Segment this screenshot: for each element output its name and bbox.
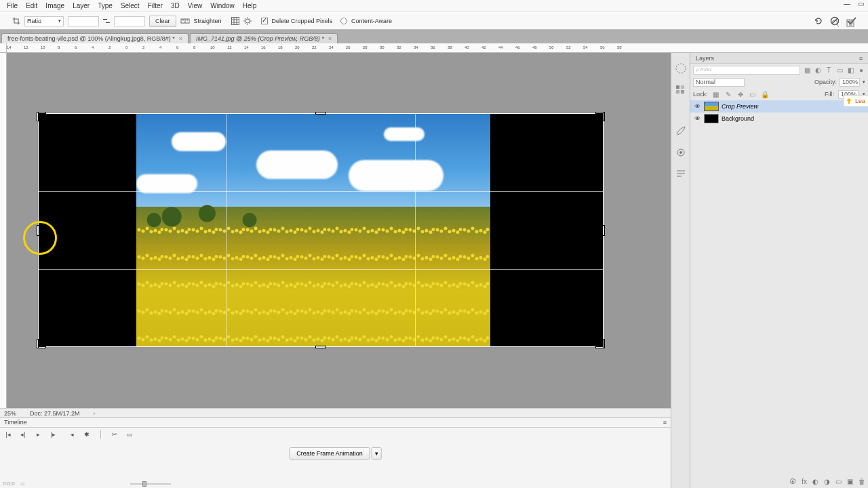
lock-artboard-icon[interactable]: ▭ xyxy=(749,90,757,98)
filter-type-icon[interactable]: T xyxy=(825,66,833,74)
split-clip-icon[interactable]: ✂ xyxy=(111,430,119,439)
aspect-ratio-select[interactable]: Ratio▾ xyxy=(24,16,64,26)
zoom-level[interactable]: 25% xyxy=(4,410,16,417)
trash-icon[interactable]: 🗑 xyxy=(859,478,865,485)
straighten-icon[interactable] xyxy=(180,17,190,25)
layer-blend-row: Normal Opacity: 100% ▾ xyxy=(690,76,868,88)
new-layer-icon[interactable]: ▣ xyxy=(847,478,853,485)
menu-file[interactable]: File xyxy=(3,2,22,9)
audio-icon[interactable]: ✱ xyxy=(83,430,91,439)
menu-type[interactable]: Type xyxy=(94,2,117,9)
lock-all-icon[interactable]: 🔒 xyxy=(761,90,769,98)
prev-frame-icon[interactable]: ◂| xyxy=(19,430,27,439)
lock-image-icon[interactable]: ✎ xyxy=(724,90,732,98)
menu-select[interactable]: Select xyxy=(117,2,144,9)
svg-point-17 xyxy=(676,64,686,73)
timeline-tab[interactable]: Timeline xyxy=(4,419,27,426)
brush-panel-icon[interactable] xyxy=(675,125,687,137)
swap-dimensions-icon[interactable] xyxy=(103,18,110,24)
frame-animation-control: Create Frame Animation ▾ xyxy=(289,447,382,460)
clear-button[interactable]: Clear xyxy=(149,16,176,27)
close-tab-icon[interactable]: × xyxy=(179,35,182,42)
layer-mask-icon[interactable]: ◐ xyxy=(812,478,818,485)
layer-row[interactable]: 👁 Background xyxy=(690,113,868,125)
crop-settings-icon[interactable] xyxy=(243,17,252,25)
opacity-dropdown-icon[interactable]: ▾ xyxy=(863,79,865,85)
transition-icon[interactable]: ▭ xyxy=(125,430,134,439)
crop-handle-br[interactable] xyxy=(595,339,605,348)
next-frame-icon[interactable]: |▸ xyxy=(49,430,57,439)
visibility-eye-icon[interactable]: 👁 xyxy=(693,115,701,122)
crop-handle-top[interactable] xyxy=(315,112,326,115)
status-arrow-icon[interactable]: › xyxy=(94,410,96,417)
go-first-frame-icon[interactable]: |◂ xyxy=(4,430,12,439)
link-layers-icon[interactable]: ⦿ xyxy=(789,478,796,485)
crop-handle-tr[interactable] xyxy=(595,112,605,121)
learn-panel-tab[interactable]: Lea xyxy=(843,95,868,107)
overlay-grid-icon[interactable] xyxy=(231,17,239,25)
timeline-convert-icon[interactable]: ▱ xyxy=(20,481,24,487)
layer-filter-kind[interactable]: ρ Kind xyxy=(693,66,800,75)
group-icon[interactable]: ▭ xyxy=(835,478,842,485)
prev-keyframe-icon[interactable]: ◂ xyxy=(68,430,76,439)
layer-name[interactable]: Crop Preview xyxy=(722,103,758,110)
crop-document[interactable] xyxy=(38,113,604,347)
content-aware-radio[interactable] xyxy=(340,18,347,24)
menu-window[interactable]: Window xyxy=(206,2,239,9)
adjustment-layer-icon[interactable]: ◑ xyxy=(824,478,830,485)
search-icon[interactable] xyxy=(831,19,840,27)
menu-3d[interactable]: 3D xyxy=(167,2,184,9)
blend-mode-select[interactable]: Normal xyxy=(693,78,745,87)
content-aware-label: Content-Aware xyxy=(351,18,392,24)
crop-handle-bottom[interactable] xyxy=(315,346,326,348)
filter-pixel-icon[interactable]: ▦ xyxy=(803,66,811,74)
crop-handle-right[interactable] xyxy=(602,225,605,236)
crop-handle-left[interactable] xyxy=(37,225,39,236)
paragraph-panel-icon[interactable] xyxy=(675,168,687,180)
layer-row[interactable]: 👁 Crop Preview xyxy=(690,100,868,113)
play-icon[interactable]: ▸ xyxy=(34,430,42,439)
svg-line-13 xyxy=(837,24,839,26)
layer-name[interactable]: Background xyxy=(722,115,754,122)
color-panel-icon[interactable] xyxy=(675,62,687,75)
window-minimize-icon[interactable]: — xyxy=(842,0,852,7)
delete-cropped-checkbox[interactable] xyxy=(261,18,268,24)
menu-edit[interactable]: Edit xyxy=(22,2,41,9)
straighten-label[interactable]: Straighten xyxy=(194,18,222,24)
timeline-zoom-slider[interactable] xyxy=(130,483,171,485)
create-frame-animation-button[interactable]: Create Frame Animation xyxy=(289,447,370,460)
brush-settings-panel-icon[interactable] xyxy=(675,146,687,159)
lock-transparent-icon[interactable]: ▦ xyxy=(712,90,720,98)
document-tab[interactable]: free-fonts-beating-vile.psd @ 100% (Alin… xyxy=(1,33,189,43)
menu-filter[interactable]: Filter xyxy=(144,2,167,9)
timeline-menu-icon[interactable]: ≡ xyxy=(663,419,667,426)
swatches-panel-icon[interactable] xyxy=(675,84,687,96)
filter-shape-icon[interactable]: ▭ xyxy=(835,66,844,74)
create-frame-animation-dropdown[interactable]: ▾ xyxy=(372,447,382,460)
menu-image[interactable]: Image xyxy=(41,2,68,9)
visibility-eye-icon[interactable]: 👁 xyxy=(693,103,701,110)
workspace-switcher-icon[interactable] xyxy=(846,19,854,27)
reset-crop-icon[interactable] xyxy=(814,16,823,26)
crop-handle-bl[interactable] xyxy=(37,339,46,348)
crop-grid-line xyxy=(415,113,416,347)
crop-height-input[interactable] xyxy=(114,16,145,26)
menu-view[interactable]: View xyxy=(184,2,207,9)
filter-smart-icon[interactable]: ◧ xyxy=(846,66,854,74)
layers-tab[interactable]: Layers xyxy=(696,55,714,62)
canvas[interactable] xyxy=(7,53,671,408)
close-tab-icon[interactable]: × xyxy=(328,35,332,42)
svg-rect-15 xyxy=(851,20,854,22)
panel-menu-icon[interactable]: ≡ xyxy=(859,55,863,62)
menu-help[interactable]: Help xyxy=(239,2,261,9)
filter-toggle-icon[interactable]: ● xyxy=(857,66,865,74)
crop-handle-tl[interactable] xyxy=(37,112,46,121)
crop-width-input[interactable] xyxy=(68,16,99,26)
document-tab-active[interactable]: IMG_7141.jpg @ 25% (Crop Preview, RGB/8)… xyxy=(190,33,338,43)
menu-layer[interactable]: Layer xyxy=(68,2,94,9)
layer-fx-icon[interactable]: fx xyxy=(802,478,807,485)
lock-position-icon[interactable]: ✥ xyxy=(736,90,745,98)
opacity-input[interactable]: 100% xyxy=(840,78,860,87)
filter-adjust-icon[interactable]: ◐ xyxy=(814,66,822,74)
window-restore-icon[interactable]: ▭ xyxy=(856,0,865,7)
